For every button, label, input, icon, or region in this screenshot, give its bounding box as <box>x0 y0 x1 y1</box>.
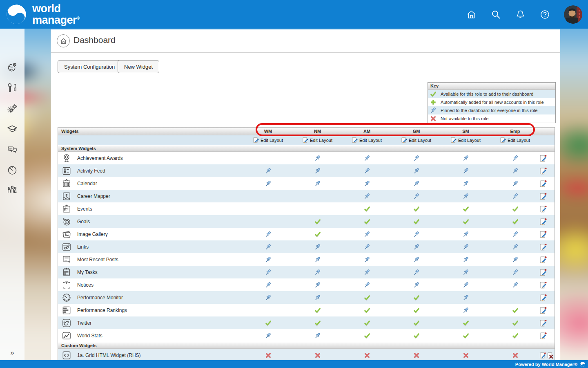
state-emp-pin[interactable] <box>490 228 540 240</box>
edit-widget-icon[interactable] <box>540 193 547 200</box>
state-emp-pin[interactable] <box>490 177 540 190</box>
state-am-pin[interactable] <box>342 152 392 164</box>
search-icon[interactable] <box>490 9 501 20</box>
state-wm-check[interactable] <box>243 316 293 329</box>
state-am-check[interactable] <box>342 215 392 228</box>
state-wm-pin[interactable] <box>243 164 293 177</box>
state-emp-check[interactable] <box>490 329 540 342</box>
state-am-check[interactable] <box>342 329 392 342</box>
state-emp-pin[interactable] <box>490 152 540 164</box>
state-sm-pin[interactable] <box>441 164 490 177</box>
state-emp-check[interactable] <box>490 304 540 316</box>
edit-layout-link-am[interactable]: Edit Layout <box>352 137 382 143</box>
edit-widget-icon[interactable] <box>540 332 547 339</box>
state-sm-check[interactable] <box>441 329 490 342</box>
state-wm-pin[interactable] <box>243 240 293 253</box>
edit-widget-icon[interactable] <box>540 269 547 276</box>
state-emp-check[interactable] <box>490 215 540 228</box>
help-icon[interactable] <box>539 9 550 20</box>
state-sm-cross[interactable] <box>441 349 490 360</box>
state-nm-check[interactable] <box>293 316 342 329</box>
state-am-pin[interactable] <box>342 177 392 190</box>
new-widget-button[interactable]: New Widget <box>118 60 159 73</box>
edit-widget-icon[interactable] <box>540 307 547 314</box>
state-nm-cross[interactable] <box>293 349 342 360</box>
state-gm-pin[interactable] <box>392 278 441 291</box>
home-icon[interactable] <box>466 9 477 20</box>
state-emp-pin[interactable] <box>490 240 540 253</box>
state-gm-pin[interactable] <box>392 240 441 253</box>
state-sm-pin[interactable] <box>441 278 490 291</box>
state-wm-pin[interactable] <box>243 228 293 240</box>
state-wm-pin[interactable] <box>243 266 293 278</box>
state-nm-pin[interactable] <box>293 291 342 304</box>
state-am-pin[interactable] <box>342 190 392 202</box>
state-wm-pin[interactable] <box>243 329 293 342</box>
state-emp-pin[interactable] <box>490 164 540 177</box>
state-nm-check[interactable] <box>293 304 342 316</box>
delete-widget-icon[interactable] <box>547 352 554 359</box>
state-emp-cross[interactable] <box>490 349 540 360</box>
edit-widget-icon[interactable] <box>540 231 547 238</box>
edit-widget-icon[interactable] <box>540 352 546 359</box>
state-gm-check[interactable] <box>392 202 441 215</box>
state-gm-pin[interactable] <box>392 228 441 240</box>
state-wm-pin[interactable] <box>243 291 293 304</box>
state-emp-pin[interactable] <box>490 253 540 266</box>
state-wm-cross[interactable] <box>243 349 293 360</box>
state-nm-pin[interactable] <box>293 329 342 342</box>
state-wm-pin[interactable] <box>243 177 293 190</box>
state-gm-pin[interactable] <box>392 177 441 190</box>
state-gm-check[interactable] <box>392 329 441 342</box>
state-am-pin[interactable] <box>342 164 392 177</box>
state-wm-pin[interactable] <box>243 278 293 291</box>
edit-widget-icon[interactable] <box>540 281 547 289</box>
state-am-check[interactable] <box>342 202 392 215</box>
state-nm-pin[interactable] <box>293 164 342 177</box>
state-am-pin[interactable] <box>342 266 392 278</box>
state-am-check[interactable] <box>342 291 392 304</box>
edit-layout-link-sm[interactable]: Edit Layout <box>451 137 481 143</box>
state-am-pin[interactable] <box>342 228 392 240</box>
edit-widget-icon[interactable] <box>540 155 547 162</box>
state-sm-pin[interactable] <box>441 253 490 266</box>
sidebar-item-world-locations[interactable] <box>0 58 24 76</box>
state-emp-check[interactable] <box>490 202 540 215</box>
state-am-pin[interactable] <box>342 253 392 266</box>
state-sm-pin[interactable] <box>441 240 490 253</box>
state-gm-check[interactable] <box>392 215 441 228</box>
edit-widget-icon[interactable] <box>540 218 547 225</box>
state-sm-check[interactable] <box>441 316 490 329</box>
edit-layout-link-emp[interactable]: Edit Layout <box>500 137 530 143</box>
edit-widget-icon[interactable] <box>540 180 547 187</box>
state-gm-check[interactable] <box>392 291 441 304</box>
sidebar-item-system-settings-gears[interactable] <box>0 100 24 118</box>
state-nm-pin[interactable] <box>293 253 342 266</box>
sidebar-item-communication-chat[interactable] <box>0 140 24 158</box>
state-sm-pin[interactable] <box>441 177 490 190</box>
sidebar-item-people-group[interactable] <box>0 181 24 199</box>
sidebar-item-training-graduation[interactable] <box>0 120 24 138</box>
edit-layout-link-wm[interactable]: Edit Layout <box>253 137 283 143</box>
state-am-check[interactable] <box>342 304 392 316</box>
edit-widget-icon[interactable] <box>540 294 547 301</box>
sidebar-item-performance-gauge[interactable] <box>0 161 24 179</box>
state-emp-pin[interactable] <box>490 190 540 202</box>
edit-layout-link-gm[interactable]: Edit Layout <box>401 137 431 143</box>
notifications-bell-icon[interactable] <box>515 9 526 20</box>
state-gm-pin[interactable] <box>392 266 441 278</box>
state-gm-check[interactable] <box>392 316 441 329</box>
state-sm-check[interactable] <box>441 215 490 228</box>
sidebar-collapse-chevrons[interactable]: » <box>0 349 24 357</box>
state-sm-pin[interactable] <box>441 190 490 202</box>
state-am-pin[interactable] <box>342 240 392 253</box>
edit-widget-icon[interactable] <box>540 167 547 175</box>
edit-layout-link-nm[interactable]: Edit Layout <box>303 137 332 143</box>
state-nm-pin[interactable] <box>293 152 342 164</box>
edit-widget-icon[interactable] <box>540 243 547 251</box>
state-sm-check[interactable] <box>441 202 490 215</box>
state-am-check[interactable] <box>342 316 392 329</box>
state-am-cross[interactable] <box>342 349 392 360</box>
edit-widget-icon[interactable] <box>540 205 547 213</box>
state-gm-pin[interactable] <box>392 190 441 202</box>
